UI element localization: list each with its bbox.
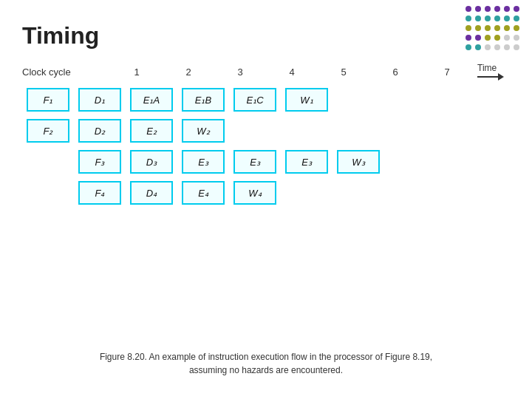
cell-slot: E₁B [177,88,229,112]
decoration-dot [504,25,510,31]
cycle-number: 7 [421,66,473,78]
decoration-dot [514,16,519,21]
cell-slot: E₃ [229,150,281,174]
decoration-dot [475,44,481,50]
cell-slot: D₃ [126,150,177,174]
cell-slot: D₁ [74,88,126,112]
cell-slot [332,181,384,205]
time-label: Time [477,63,497,73]
cell-slot: D₄ [126,181,177,205]
stage-cells: F₃D₃E₃E₃E₃W₃ [22,150,384,174]
stage-box: E₄ [182,181,225,205]
cell-slot [332,119,384,143]
decoration-dot [466,35,471,41]
time-arrow [477,73,504,81]
stage-box: E₃ [285,150,328,174]
cell-slot [22,150,74,174]
cell-slot: E₃ [281,150,332,174]
decoration-dot [485,44,491,50]
decoration-dot [504,44,510,50]
decoration-dot [475,16,481,21]
stage-box: W₂ [182,119,225,143]
stage-box: E₁C [233,88,276,112]
instruction-label: I₁ (Fadd) [0,95,15,106]
cell-slot: E₄ [177,181,229,205]
stage-box: F₂ [27,119,69,143]
decoration-dot [494,44,500,50]
stage-cells: F₂D₂E₂W₂ [22,119,384,143]
stage-cells: F₁D₁E₁AE₁BE₁CW₁ [22,88,384,112]
decoration-dot [466,25,471,31]
decoration-dot [466,6,471,12]
page-title: Timing [22,22,510,50]
caption-line1: Figure 8.20. An example of instruction e… [0,350,532,364]
instruction-label: I₄ (Sub) [0,188,15,199]
clock-cycle-label: Clock cycle [22,66,103,78]
cell-slot: D₂ [74,119,126,143]
decoration-dot [514,6,519,12]
decoration-dot [466,16,471,21]
caption-line2: assuming no hazards are encountered. [0,364,532,377]
cell-slot: F₃ [74,150,126,174]
decoration-dot [475,25,481,31]
cell-slot [281,119,332,143]
stage-cells: F₄D₄E₄W₄ [22,181,384,205]
cell-slot: F₄ [74,181,126,205]
stage-box: W₄ [233,181,276,205]
decoration-dot [514,44,519,50]
instruction-row: I₄ (Sub)F₄D₄E₄W₄ [22,181,510,205]
dot-grid-decoration [466,6,521,52]
cell-slot: F₁ [22,88,74,112]
stage-box: D₄ [130,181,173,205]
instruction-row: I₁ (Fadd)F₁D₁E₁AE₁BE₁CW₁ [22,88,510,112]
cell-slot: W₁ [281,88,332,112]
cycle-number: 2 [163,66,214,78]
stage-box: F₁ [27,88,69,112]
stage-box: W₃ [337,150,380,174]
decoration-dot [504,16,510,21]
decoration-dot [485,25,491,31]
stage-box: F₄ [78,181,121,205]
decoration-dot [514,35,519,41]
time-indicator: Time [477,63,504,81]
cell-slot [22,181,74,205]
decoration-dot [514,25,519,31]
decoration-dot [475,35,481,41]
figure-caption: Figure 8.20. An example of instruction e… [0,350,532,377]
arrow-head [498,73,504,81]
cycle-number: 3 [214,66,266,78]
cell-slot [281,181,332,205]
cell-slot: W₃ [332,150,384,174]
cell-slot [229,119,281,143]
cycle-number: 6 [369,66,421,78]
instruction-row: I₂ (Add)F₂D₂E₂W₂ [22,119,510,143]
cell-slot [332,88,384,112]
stage-box: E₃ [233,150,276,174]
cell-slot: F₂ [22,119,74,143]
cycle-number: 5 [318,66,369,78]
stage-box: E₁A [130,88,173,112]
decoration-dot [504,6,510,12]
cell-slot: W₄ [229,181,281,205]
cell-slot: E₃ [177,150,229,174]
cycle-numbers: 1234567 [111,66,473,78]
stage-box: D₃ [130,150,173,174]
decoration-dot [494,25,500,31]
cell-slot: W₂ [177,119,229,143]
instruction-rows: I₁ (Fadd)F₁D₁E₁AE₁BE₁CW₁I₂ (Add)F₂D₂E₂W₂… [22,88,510,205]
decoration-dot [475,6,481,12]
stage-box: F₃ [78,150,121,174]
stage-box: D₁ [78,88,121,112]
cell-slot: E₁A [126,88,177,112]
cell-slot: E₂ [126,119,177,143]
decoration-dot [466,44,471,50]
stage-box: W₁ [285,88,328,112]
decoration-dot [494,6,500,12]
cycle-number: 4 [266,66,318,78]
instruction-row: I₃ (Fsub)F₃D₃E₃E₃E₃W₃ [22,150,510,174]
stage-box: D₂ [78,119,121,143]
decoration-dot [485,6,491,12]
decoration-dot [494,35,500,41]
cell-slot: E₁C [229,88,281,112]
stage-box: E₃ [182,150,225,174]
